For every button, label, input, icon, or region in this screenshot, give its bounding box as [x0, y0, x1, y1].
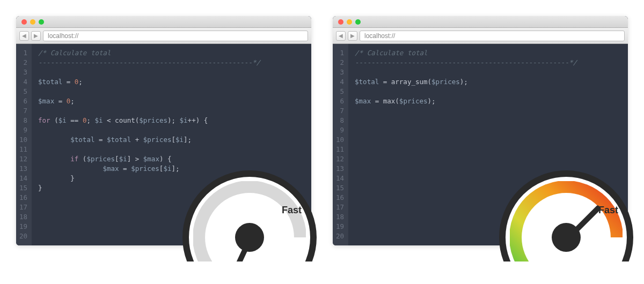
code-line: $max = 0; — [38, 96, 305, 106]
line-number: 3 — [19, 68, 27, 77]
window-minimize-icon[interactable] — [30, 19, 35, 25]
code-line — [355, 87, 621, 96]
line-number: 3 — [336, 68, 344, 77]
line-gutter: 1234567891011121314151617181920 — [333, 44, 348, 245]
line-number: 6 — [336, 96, 344, 106]
forward-button[interactable]: ▶ — [31, 31, 41, 41]
code-line: /* Calculate total — [38, 48, 305, 58]
code-line — [355, 145, 621, 154]
line-number: 11 — [19, 145, 27, 154]
window-minimize-icon[interactable] — [347, 19, 352, 25]
line-number: 18 — [336, 212, 344, 222]
line-number: 13 — [336, 164, 344, 174]
line-number: 12 — [19, 154, 27, 164]
code-line: $max = max($prices); — [355, 96, 621, 106]
code-line: for ($i == 0; $i < count($prices); $i++)… — [38, 116, 305, 125]
line-number: 14 — [19, 174, 27, 183]
gauge-hub-icon — [235, 223, 264, 252]
line-number: 4 — [19, 77, 27, 87]
url-bar: ◀ ▶ localhost:// — [333, 28, 628, 44]
line-number: 19 — [19, 222, 27, 231]
code-line — [355, 116, 621, 125]
line-number: 7 — [19, 106, 27, 116]
line-number: 20 — [19, 231, 27, 241]
code-line: /* Calculate total — [355, 48, 621, 58]
code-line — [355, 135, 621, 145]
line-number: 17 — [19, 203, 27, 212]
code-line: ----------------------------------------… — [38, 58, 305, 68]
code-line — [38, 125, 305, 135]
back-button[interactable]: ◀ — [19, 31, 29, 41]
gauge-label-fast: Fast — [598, 205, 618, 216]
line-number: 20 — [336, 231, 344, 241]
code-line: $total = 0; — [38, 77, 305, 87]
panel-left: ◀ ▶ localhost:// 12345678910111213141516… — [16, 16, 311, 245]
speed-gauge-slow: Fast Slow — [182, 170, 317, 261]
line-number: 11 — [336, 145, 344, 154]
line-number: 10 — [19, 135, 27, 145]
line-number: 16 — [336, 193, 344, 203]
window-close-icon[interactable] — [338, 19, 343, 25]
line-number: 19 — [336, 222, 344, 231]
code-line: $total = array_sum($prices); — [355, 77, 621, 87]
line-gutter: 1234567891011121314151617181920 — [16, 44, 32, 245]
code-line: if ($prices[$i] > $max) { — [38, 154, 305, 164]
line-number: 8 — [19, 116, 27, 125]
line-number: 13 — [19, 164, 27, 174]
code-line — [38, 87, 305, 96]
code-line — [38, 145, 305, 154]
line-number: 9 — [336, 125, 344, 135]
window-zoom-icon[interactable] — [355, 19, 361, 25]
line-number: 12 — [336, 154, 344, 164]
gauge-hub-icon — [552, 223, 581, 252]
url-field[interactable]: localhost:// — [360, 31, 625, 41]
window-zoom-icon[interactable] — [39, 19, 44, 25]
code-line — [355, 106, 621, 116]
line-number: 8 — [336, 116, 344, 125]
window-close-icon[interactable] — [21, 19, 27, 25]
panel-right: ◀ ▶ localhost:// 12345678910111213141516… — [333, 16, 628, 245]
line-number: 1 — [336, 48, 344, 58]
title-bar — [16, 16, 311, 28]
code-line — [355, 125, 621, 135]
code-line: $total = $total + $prices[$i]; — [38, 135, 305, 145]
code-line — [355, 154, 621, 164]
line-number: 2 — [336, 58, 344, 68]
code-line: ----------------------------------------… — [355, 58, 621, 68]
line-number: 18 — [19, 212, 27, 222]
line-number: 1 — [19, 48, 27, 58]
line-number: 9 — [19, 125, 27, 135]
url-bar: ◀ ▶ localhost:// — [16, 28, 311, 44]
title-bar — [333, 16, 628, 28]
line-number: 5 — [19, 87, 27, 96]
gauge-label-fast: Fast — [282, 205, 302, 216]
speed-gauge-fast: Fast Slow — [499, 170, 633, 261]
line-number: 4 — [336, 77, 344, 87]
code-line — [38, 106, 305, 116]
line-number: 6 — [19, 96, 27, 106]
forward-button[interactable]: ▶ — [348, 31, 357, 41]
code-line — [355, 68, 621, 77]
line-number: 15 — [19, 183, 27, 193]
line-number: 15 — [336, 183, 344, 193]
line-number: 14 — [336, 174, 344, 183]
line-number: 2 — [19, 58, 27, 68]
line-number: 7 — [336, 106, 344, 116]
line-number: 17 — [336, 203, 344, 212]
line-number: 16 — [19, 193, 27, 203]
url-field[interactable]: localhost:// — [43, 31, 308, 41]
code-line — [38, 68, 305, 77]
line-number: 5 — [336, 87, 344, 96]
back-button[interactable]: ◀ — [336, 31, 346, 41]
line-number: 10 — [336, 135, 344, 145]
